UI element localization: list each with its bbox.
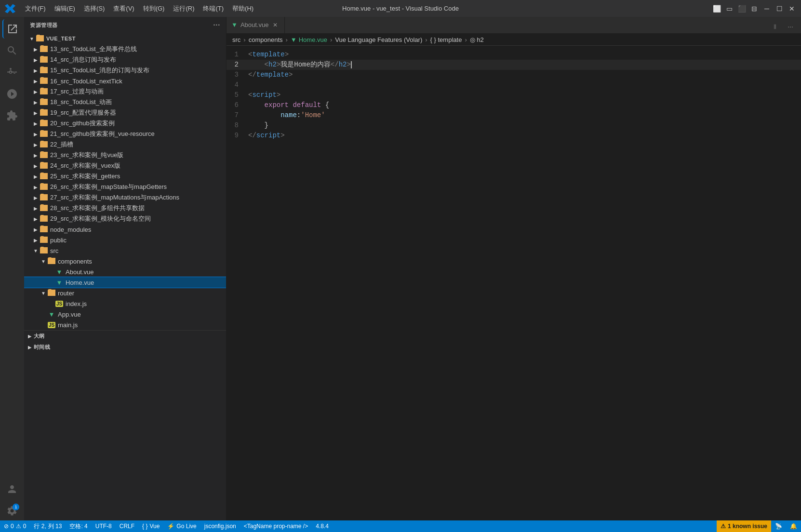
tree-item-app-vue[interactable]: ▼App.vue	[24, 309, 226, 319]
timeline-arrow: ▶	[28, 345, 32, 350]
tree-item-root[interactable]: ▼ VUE_TEST	[24, 33, 226, 44]
sep3: ›	[330, 36, 332, 43]
tree-item-label: components	[58, 258, 92, 265]
tree-item-item-26[interactable]: ▶26_src_求和案例_mapState与mapGetters	[24, 182, 226, 192]
close-button[interactable]: ✕	[788, 4, 796, 13]
tree-item-item-25[interactable]: ▶25_src_求和案例_getters	[24, 171, 226, 182]
status-spaces[interactable]: 空格: 4	[66, 520, 91, 532]
code-line-6: 6 export default {	[227, 100, 801, 110]
tree-file-icon	[40, 214, 48, 223]
menu-goto[interactable]: 转到(G)	[139, 3, 169, 14]
panel-icon[interactable]: ⬛	[737, 4, 746, 13]
timeline-section[interactable]: ▶ 时间线	[24, 342, 226, 353]
tree-item-src[interactable]: ▼src	[24, 245, 226, 256]
status-broadcast[interactable]: 📡	[771, 520, 786, 532]
tree-item-item-14[interactable]: ▶14_src_消息订阅与发布	[24, 54, 226, 65]
tab-label: About.vue	[240, 21, 269, 28]
tree-item-item-17[interactable]: ▶17_src_过渡与动画	[24, 86, 226, 97]
tree-item-home-vue[interactable]: ▼Home.vue	[24, 277, 226, 288]
tree-item-item-13[interactable]: ▶13_src_TodoList_全局事件总线	[24, 44, 226, 54]
tree-item-item-20[interactable]: ▶20_src_github搜索案例	[24, 118, 226, 129]
code-line-5: 5<script>	[227, 90, 801, 100]
status-jsconfig[interactable]: jsconfig.json	[200, 520, 240, 532]
code-editor[interactable]: 1<template>2 <h2>我是Home的内容</h2>3</templa…	[227, 46, 801, 520]
breadcrumb-vue-icon1: ▼	[291, 36, 297, 43]
tree-item-item-28[interactable]: ▶28_src_求和案例_多组件共享数据	[24, 203, 226, 213]
tree-item-item-21[interactable]: ▶21_src_github搜索案例_vue-resource	[24, 129, 226, 139]
customize-icon[interactable]: ⊟	[750, 4, 759, 13]
status-known-issue[interactable]: ⚠ 1 known issue	[717, 520, 771, 532]
menu-terminal[interactable]: 终端(T)	[199, 3, 227, 14]
outline-section[interactable]: ▶ 大纲	[24, 331, 226, 342]
activity-bar: 1	[0, 17, 24, 520]
tree-item-public[interactable]: ▶public	[24, 235, 226, 245]
breadcrumb-components[interactable]: components	[249, 36, 283, 43]
status-eol[interactable]: CRLF	[116, 520, 138, 532]
tree-arrow: ▶	[32, 120, 40, 127]
tree-item-label: 18_src_TodoList_动画	[50, 98, 112, 106]
tree-item-components[interactable]: ▼components	[24, 256, 226, 266]
activity-accounts[interactable]	[2, 479, 22, 499]
tree-item-item-15[interactable]: ▶15_src_TodoList_消息的订阅与发布	[24, 65, 226, 76]
tree-item-item-23[interactable]: ▶23_src_求和案例_纯vue版	[24, 150, 226, 160]
tree-item-item-18[interactable]: ▶18_src_TodoList_动画	[24, 97, 226, 107]
tree-item-item-22[interactable]: ▶22_插槽	[24, 139, 226, 150]
code-line-9: 9</script>	[227, 131, 801, 141]
tree-item-node-modules[interactable]: ▶node_modules	[24, 224, 226, 235]
col: 列 13	[48, 522, 62, 531]
status-errors[interactable]: ⊘ 0 ⚠ 0	[0, 520, 30, 532]
tree-item-item-29[interactable]: ▶29_src_求和案例_模块化与命名空间	[24, 213, 226, 224]
split-icon[interactable]: ▭	[725, 4, 734, 13]
activity-settings[interactable]: 1	[2, 501, 22, 520]
tree-arrow: ▶	[32, 194, 40, 201]
status-language[interactable]: { } Vue	[138, 520, 163, 532]
tab-about-vue[interactable]: ▼About.vue✕	[227, 17, 285, 33]
breadcrumb-src[interactable]: src	[232, 36, 240, 43]
breadcrumb-lang[interactable]: Vue Language Features (Volar)	[335, 36, 422, 43]
breadcrumb-file[interactable]: Home.vue	[299, 36, 327, 43]
tree-item-label: 22_插槽	[50, 140, 73, 149]
split-editor-button[interactable]: ⫴	[768, 20, 782, 33]
layout-icon[interactable]: ⬜	[712, 4, 721, 13]
menu-file[interactable]: 文件(F)	[21, 3, 50, 14]
activity-source-control[interactable]	[2, 63, 22, 82]
tree-item-label: 13_src_TodoList_全局事件总线	[50, 45, 137, 53]
tree-item-item-27[interactable]: ▶27_src_求和案例_mapMutations与mapActions	[24, 192, 226, 203]
tree-arrow: ▶	[32, 226, 40, 233]
tree-item-router-index[interactable]: JSindex.js	[24, 298, 226, 309]
breadcrumb-template[interactable]: { } template	[430, 36, 462, 43]
tree-file-icon	[40, 193, 48, 202]
tree-item-about-vue[interactable]: ▼About.vue	[24, 266, 226, 277]
activity-explorer[interactable]	[2, 19, 22, 39]
tree-item-router[interactable]: ▼router	[24, 288, 226, 298]
status-position[interactable]: 行 2, 列 13	[30, 520, 66, 532]
sidebar-more-button[interactable]: ···	[213, 21, 220, 29]
status-tagname[interactable]: <TagName prop-name />	[240, 520, 312, 532]
menu-run[interactable]: 运行(R)	[169, 3, 198, 14]
tree-item-main-js[interactable]: JSmain.js	[24, 319, 226, 330]
status-notification[interactable]: 🔔	[786, 520, 801, 532]
menu-help[interactable]: 帮助(H)	[228, 3, 257, 14]
status-version[interactable]: 4.8.4	[312, 520, 333, 532]
tree-file-icon: ▼	[55, 278, 64, 287]
menu-select[interactable]: 选择(S)	[80, 3, 108, 14]
activity-extensions[interactable]	[2, 106, 22, 125]
tree-item-item-16[interactable]: ▶16_src_TodoList_nextTick	[24, 76, 226, 86]
tree-item-label: Home.vue	[66, 279, 94, 286]
encoding-label: UTF-8	[95, 523, 112, 530]
tree-item-item-19[interactable]: ▶19_src_配置代理服务器	[24, 107, 226, 118]
menu-edit[interactable]: 编辑(E)	[51, 3, 79, 14]
menu-view[interactable]: 查看(V)	[109, 3, 138, 14]
status-golive[interactable]: ⚡ Go Live	[163, 520, 200, 532]
status-encoding[interactable]: UTF-8	[92, 520, 116, 532]
maximize-button[interactable]: ☐	[775, 4, 784, 13]
activity-run-debug[interactable]	[2, 84, 22, 104]
tree-item-item-24[interactable]: ▶24_src_求和案例_vuex版	[24, 160, 226, 171]
sidebar-content: ▼ VUE_TEST ▶13_src_TodoList_全局事件总线▶14_sr…	[24, 33, 226, 520]
breadcrumb-h2[interactable]: ◎ h2	[470, 36, 484, 43]
more-actions-button[interactable]: ···	[784, 20, 797, 33]
tab-close-button[interactable]: ✕	[271, 21, 279, 29]
minimize-button[interactable]: ─	[762, 4, 771, 13]
tree-file-icon	[40, 66, 48, 75]
activity-search[interactable]	[2, 41, 22, 60]
